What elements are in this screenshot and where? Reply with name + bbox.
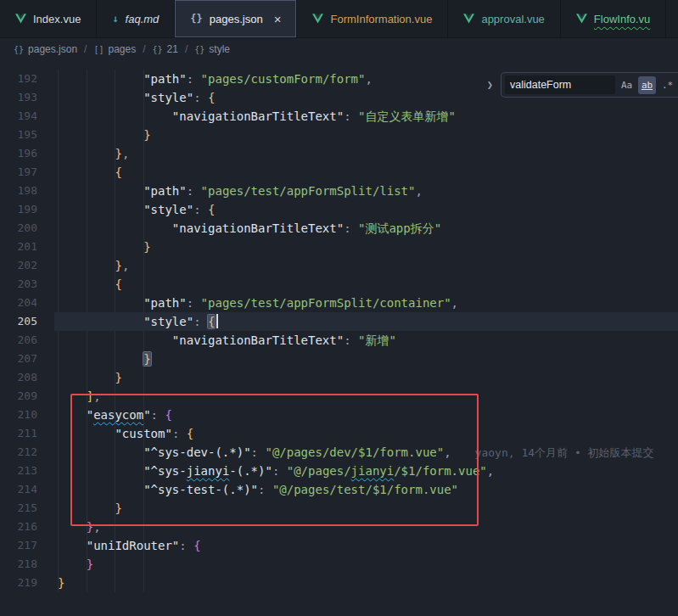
symbol-icon: {}	[14, 45, 24, 54]
line-number[interactable]: 212	[0, 443, 54, 462]
match-case-toggle-icon[interactable]: Aa	[618, 76, 636, 94]
markdown-file-icon: ↓	[112, 13, 118, 25]
code-line: {	[54, 275, 678, 294]
line-number[interactable]: 218	[0, 555, 54, 574]
find-input[interactable]	[505, 76, 615, 94]
line-number[interactable]: 208	[0, 368, 54, 387]
symbol-icon: {}	[153, 45, 163, 54]
close-tab-icon[interactable]: ×	[274, 13, 282, 25]
symbol-icon: []	[93, 45, 104, 54]
line-number[interactable]: 213	[0, 462, 54, 480]
tab-label: faq.md	[126, 13, 160, 25]
text-cursor	[216, 314, 218, 328]
breadcrumb-item[interactable]: []pages	[93, 43, 136, 55]
breadcrumb-label: pages	[108, 43, 136, 55]
line-number[interactable]: 197	[0, 163, 54, 182]
gutter[interactable]: 1921931941951961971981992002012022032042…	[0, 70, 54, 592]
tab-bar: Index.vue↓faq.md{}pages.json×FormInforma…	[0, 0, 678, 38]
tab-label: approval.vue	[481, 13, 544, 25]
code-line: "^sys-jianyi-(.*)": "@/pages/jianyi/$1/f…	[54, 462, 678, 480]
line-number[interactable]: 202	[0, 256, 54, 275]
find-widget: ❯ Aa ab .*	[485, 72, 678, 98]
line-number[interactable]: 216	[0, 518, 54, 536]
code-line: "uniIdRouter": {	[54, 536, 678, 555]
line-number[interactable]: 219	[0, 574, 54, 592]
breadcrumb-item[interactable]: {}21	[153, 43, 178, 55]
line-number[interactable]: 207	[0, 350, 54, 368]
code-line: }	[54, 499, 678, 518]
line-number[interactable]: 196	[0, 144, 54, 163]
code-line: "navigationBarTitleText": "新增"	[54, 331, 678, 350]
line-number[interactable]: 195	[0, 126, 54, 144]
code-line: {	[54, 163, 678, 182]
tab-pages.json[interactable]: {}pages.json×	[175, 0, 297, 37]
code-area[interactable]: "path": "pages/customForm/form", "style"…	[54, 70, 678, 592]
tab-FlowInfo.vu[interactable]: FlowInfo.vu	[561, 0, 666, 37]
breadcrumb-label: 21	[167, 43, 178, 55]
whole-word-toggle-icon[interactable]: ab	[638, 76, 656, 94]
line-number[interactable]: 199	[0, 200, 54, 219]
editor[interactable]: 1921931941951961971981992002012022032042…	[0, 59, 678, 616]
tab-FormInformation.vue[interactable]: FormInformation.vue	[297, 0, 448, 37]
vue-file-icon	[463, 14, 474, 24]
line-number[interactable]: 211	[0, 424, 54, 443]
line-number[interactable]: 193	[0, 88, 54, 107]
line-number[interactable]: 201	[0, 238, 54, 256]
regex-toggle-icon[interactable]: .*	[658, 76, 676, 94]
tab-label: pages.json	[210, 13, 263, 25]
vscode-window: Index.vue↓faq.md{}pages.json×FormInforma…	[0, 0, 678, 616]
tab-label: Index.vue	[33, 13, 81, 25]
code-line: }	[54, 555, 678, 574]
code-line: "custom": {	[54, 424, 678, 443]
json-file-icon: {}	[190, 13, 202, 25]
line-number[interactable]: 215	[0, 499, 54, 518]
code-line: "style": {	[54, 200, 678, 219]
code-line: "^sys-dev-(.*)": "@/pages/dev/$1/form.vu…	[54, 443, 678, 462]
line-number[interactable]: 209	[0, 387, 54, 406]
breadcrumb-label: pages.json	[28, 43, 77, 55]
code-line: "path": "pages/test/appFormSplit/list",	[54, 182, 678, 200]
line-number[interactable]: 205	[0, 312, 54, 331]
tab-Index.vue[interactable]: Index.vue	[0, 0, 97, 37]
tab-approval.vue[interactable]: approval.vue	[448, 0, 560, 37]
tab-label: FormInformation.vue	[330, 13, 432, 25]
breadcrumb-separator: /	[143, 43, 145, 55]
breadcrumb-item[interactable]: {}style	[194, 43, 230, 55]
breadcrumb-separator: /	[84, 43, 87, 55]
vue-file-icon	[312, 14, 323, 24]
line-number[interactable]: 194	[0, 107, 54, 126]
code-line: "path": "pages/test/appFormSplit/contain…	[54, 294, 678, 312]
git-blame-annotation: yaoyn, 14个月前 • 初始版本提交	[451, 446, 654, 459]
line-number[interactable]: 214	[0, 480, 54, 499]
code-line: "^sys-test-(.*)": "@/pages/test/$1/form.…	[54, 480, 678, 499]
code-line: }	[54, 350, 678, 368]
line-number[interactable]: 206	[0, 331, 54, 350]
symbol-icon: {}	[194, 45, 205, 54]
breadcrumb: {}pages.json/[]pages/{}21/{}style	[0, 38, 678, 60]
code-line: }	[54, 238, 678, 256]
tab-faq.md[interactable]: ↓faq.md	[97, 0, 175, 37]
line-number[interactable]: 198	[0, 182, 54, 200]
code-line: }	[54, 126, 678, 144]
vue-file-icon	[576, 14, 587, 24]
code-line: },	[54, 144, 678, 163]
find-expand-chevron-icon[interactable]: ❯	[485, 77, 495, 92]
breadcrumb-label: style	[209, 43, 230, 55]
line-number[interactable]: 200	[0, 219, 54, 238]
breadcrumb-separator: /	[185, 43, 188, 55]
code-line: },	[54, 518, 678, 536]
code-line: ],	[54, 387, 678, 406]
code-line: "navigationBarTitleText": "测试app拆分"	[54, 219, 678, 238]
line-number[interactable]: 217	[0, 536, 54, 555]
vue-file-icon	[15, 14, 26, 24]
line-number[interactable]: 203	[0, 275, 54, 294]
line-number[interactable]: 192	[0, 70, 54, 88]
code-line: }	[54, 574, 678, 592]
find-box: Aa ab .*	[501, 72, 678, 98]
line-number[interactable]: 204	[0, 294, 54, 312]
tab-label: FlowInfo.vu	[594, 13, 650, 25]
code-line: },	[54, 256, 678, 275]
breadcrumb-item[interactable]: {}pages.json	[14, 43, 77, 55]
code-line: "navigationBarTitleText": "自定义表单新增"	[54, 107, 678, 126]
line-number[interactable]: 210	[0, 406, 54, 424]
